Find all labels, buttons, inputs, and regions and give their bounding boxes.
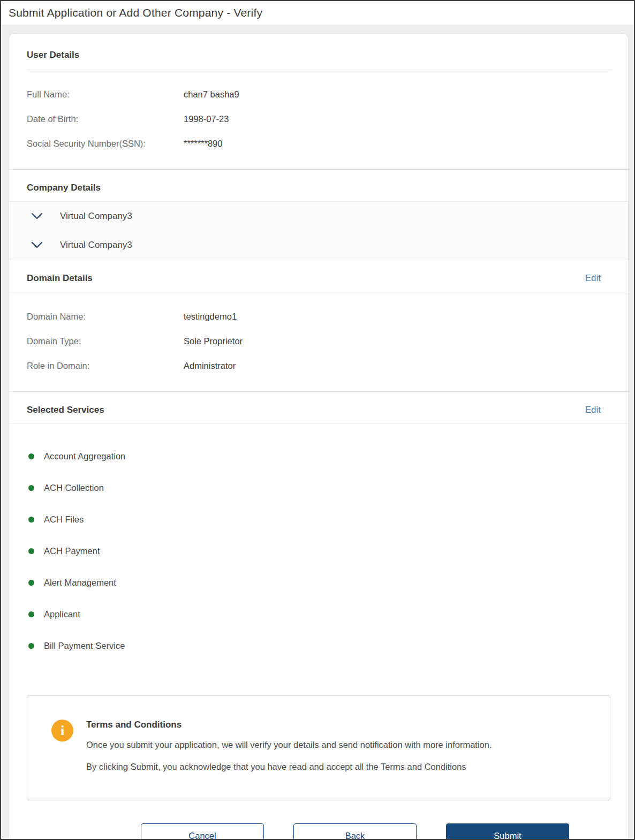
title-bar: Submit Application or Add Other Company … [1,1,634,25]
section-user-details: User Details Full Name: chan7 basha9 Dat… [9,50,628,169]
field-label: Role in Domain: [27,361,184,371]
service-bullet-dot [28,485,34,491]
user-details-heading: User Details [27,50,610,60]
field-value: *******890 [184,139,222,149]
back-button[interactable]: Back [293,823,417,840]
terms-and-conditions-box: i Terms and Conditions Once you submit y… [27,695,610,800]
selected-services-edit-link[interactable]: Edit [585,405,601,415]
service-label: Account Aggregation [44,451,125,461]
field-value: Administrator [184,361,236,371]
service-item: Applicant [28,609,610,619]
service-bullet-dot [28,580,34,586]
screen: Submit Application or Add Other Company … [0,0,635,840]
field-value: chan7 basha9 [184,89,239,100]
service-label: Alert Management [44,578,116,588]
service-bullet-dot [28,548,34,554]
service-item: Bill Payment Service [28,641,610,651]
field-row-domain-type: Domain Type: Sole Proprietor [27,336,610,346]
field-value: 1998-07-23 [184,114,229,124]
company-name: Virtual Company3 [60,211,132,222]
field-label: Domain Type: [27,336,184,346]
company-name: Virtual Company3 [60,240,132,251]
service-label: Bill Payment Service [44,641,125,651]
field-row-domain-name: Domain Name: testingdemo1 [27,312,610,322]
submit-button[interactable]: Submit [446,823,569,840]
company-accordion-row[interactable]: Virtual Company3 [9,202,628,231]
field-value: testingdemo1 [184,312,237,322]
selected-services-heading: Selected Services [27,405,104,415]
service-bullet-dot [28,517,34,523]
terms-heading: Terms and Conditions [86,720,492,730]
domain-details-heading: Domain Details [27,273,93,284]
domain-details-heading-row: Domain Details Edit [9,260,628,292]
domain-details-edit-link[interactable]: Edit [585,273,601,284]
service-bullet-dot [28,643,34,649]
info-icon: i [51,720,73,741]
company-details-heading: Company Details [27,183,101,193]
terms-line-1: Once you submit your application, we wil… [86,740,492,750]
field-label: Domain Name: [27,312,184,322]
field-label: Date of Birth: [27,114,184,124]
service-item: ACH Collection [28,483,610,493]
chevron-down-icon[interactable] [31,213,43,220]
service-item: ACH Payment [28,546,610,556]
section-company-details: Company Details Virtual Company3 Virtual… [9,169,628,260]
field-value: Sole Proprietor [184,336,243,346]
chevron-down-icon[interactable] [31,241,43,249]
company-details-heading-row: Company Details [9,170,628,201]
domain-details-fields: Domain Name: testingdemo1 Domain Type: S… [9,292,628,391]
user-details-fields: Full Name: chan7 basha9 Date of Birth: 1… [9,70,628,169]
service-item: Alert Management [28,578,610,588]
field-row-full-name: Full Name: chan7 basha9 [27,89,610,100]
field-row-ssn: Social Security Number(SSN): *******890 [27,139,610,149]
terms-line-2: By clicking Submit, you acknowledge that… [86,762,492,772]
section-domain-details: Domain Details Edit Domain Name: testing… [9,260,628,391]
field-label: Social Security Number(SSN): [27,139,184,149]
company-accordion-row[interactable]: Virtual Company3 [9,231,628,260]
selected-services-heading-row: Selected Services Edit [9,392,628,423]
terms-content: Terms and Conditions Once you submit you… [86,720,492,772]
company-rows: Virtual Company3 Virtual Company3 [9,202,628,260]
service-bullet-dot [28,611,34,617]
services-list: Account Aggregation ACH Collection ACH F… [9,424,628,673]
field-label: Full Name: [27,89,184,100]
service-item: ACH Files [28,514,610,525]
page-title: Submit Application or Add Other Company … [9,6,262,19]
service-label: ACH Files [44,514,84,525]
service-bullet-dot [28,453,34,459]
action-buttons-row: Cancel Back Submit [9,823,628,840]
field-row-role-in-domain: Role in Domain: Administrator [27,361,610,371]
service-label: ACH Payment [44,546,100,556]
service-label: ACH Collection [44,483,104,493]
field-row-date-of-birth: Date of Birth: 1998-07-23 [27,114,610,124]
verify-card: User Details Full Name: chan7 basha9 Dat… [9,33,629,840]
service-item: Account Aggregation [28,451,610,461]
section-selected-services: Selected Services Edit Account Aggregati… [9,391,628,673]
cancel-button[interactable]: Cancel [141,823,264,840]
service-label: Applicant [44,609,80,619]
